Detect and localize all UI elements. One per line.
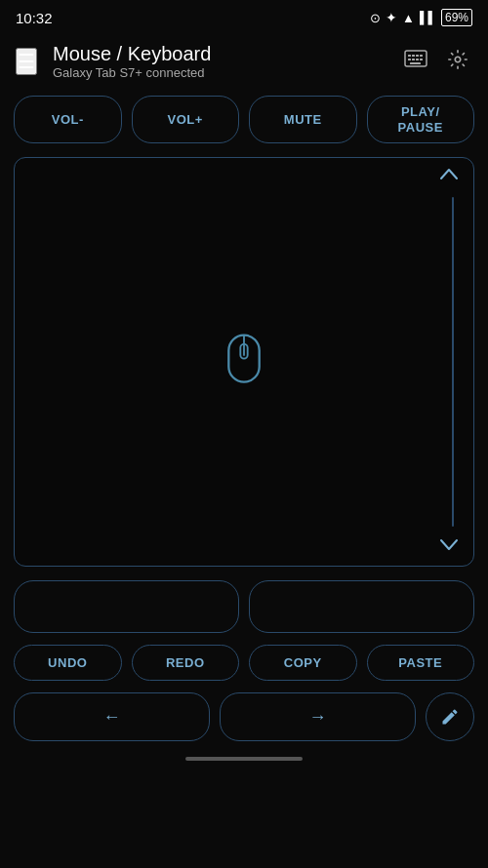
home-bar [185,757,303,761]
scroll-up-icon[interactable] [438,166,460,188]
svg-rect-1 [408,55,411,57]
menu-button[interactable]: ☰ [16,48,37,75]
vol-minus-button[interactable]: VOL- [14,96,122,143]
pencil-button[interactable] [426,692,474,741]
arrow-left-button[interactable]: ← [14,692,210,741]
svg-point-10 [455,57,461,62]
redo-button[interactable]: REDO [132,645,240,681]
mute-button[interactable]: MUTE [249,96,357,143]
scroll-down-icon[interactable] [438,535,460,558]
svg-rect-5 [408,59,411,60]
home-indicator [0,749,488,765]
scroll-bar [452,197,454,527]
arrow-right-button[interactable]: → [220,692,416,741]
svg-rect-9 [410,62,421,64]
header-actions [400,45,472,79]
settings-button[interactable] [443,45,472,79]
right-click-button[interactable] [249,580,474,633]
settings-icon [447,49,468,70]
click-buttons [0,572,488,641]
svg-rect-8 [420,59,423,60]
svg-rect-7 [416,59,419,60]
app-title: Mouse / Keyboard [53,43,211,65]
header-left: ☰ Mouse / Keyboard Galaxy Tab S7+ connec… [16,43,211,80]
copy-button[interactable]: COPY [249,645,357,681]
svg-rect-6 [412,59,415,60]
left-click-button[interactable] [14,580,239,633]
status-icons: ⊙ ✦ ▲ ▌▌ 69% [370,9,472,26]
undo-button[interactable]: UNDO [14,645,122,681]
connection-status: Galaxy Tab S7+ connected [53,65,211,80]
signal-icon: ▌▌ [420,11,436,24]
header-title-section: Mouse / Keyboard Galaxy Tab S7+ connecte… [53,43,211,80]
battery-level: 69% [445,11,468,24]
bluetooth-icon: ✦ [386,10,397,25]
keyboard-icon [404,50,427,69]
pencil-icon [440,707,460,727]
paste-button[interactable]: PASTE [367,645,475,681]
vol-plus-button[interactable]: VOL+ [132,96,240,143]
svg-rect-3 [416,55,419,57]
usb-icon: ⊙ [370,11,381,25]
edit-controls: UNDO REDO COPY PASTE [0,641,488,685]
keyboard-toggle-button[interactable] [400,46,431,78]
svg-rect-2 [412,55,415,57]
play-pause-button[interactable]: PLAY/ PAUSE [367,96,475,143]
touchpad[interactable] [14,157,474,567]
battery-icon: 69% [441,9,472,26]
wifi-icon: ▲ [402,11,415,25]
app-header: ☰ Mouse / Keyboard Galaxy Tab S7+ connec… [0,35,488,88]
status-time: 10:32 [16,10,53,26]
mouse-cursor-icon [220,331,268,393]
media-controls: VOL- VOL+ MUTE PLAY/ PAUSE [0,88,488,151]
arrow-controls: ← → [0,685,488,749]
svg-rect-4 [420,55,423,57]
status-bar: 10:32 ⊙ ✦ ▲ ▌▌ 69% [0,0,488,35]
